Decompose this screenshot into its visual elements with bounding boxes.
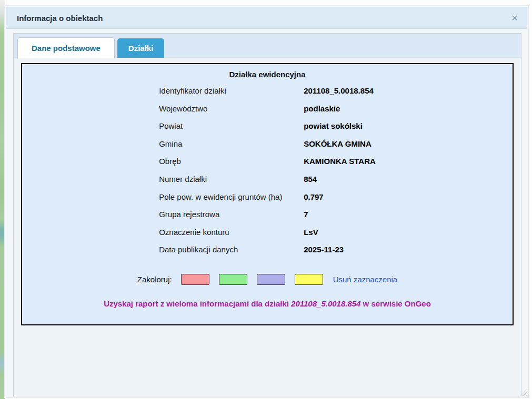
field-label: Numer działki xyxy=(159,170,304,188)
field-value: 201108_5.0018.854 xyxy=(304,82,376,100)
tab-label: Działki xyxy=(128,44,154,53)
tab-strip: Dane podstawowe Działki xyxy=(14,34,521,58)
colorize-swatch-green[interactable] xyxy=(219,274,247,285)
field-value: 2025-11-23 xyxy=(304,241,376,259)
tab-dzialki[interactable]: Działki xyxy=(117,38,165,58)
tabs-widget: Dane podstawowe Działki Działka ewidency… xyxy=(13,33,521,396)
field-label: Powiat xyxy=(159,117,304,135)
parcel-info-panel: Działka ewidencyjna Identyfikator działk… xyxy=(21,63,514,325)
close-icon: ✕ xyxy=(511,13,518,23)
colorize-label: Zakoloruj: xyxy=(137,275,172,284)
field-value: LsV xyxy=(304,223,376,241)
parcel-field-table: Identyfikator działki 201108_5.0018.854 … xyxy=(159,82,376,259)
field-value: 7 xyxy=(304,206,376,223)
field-value: podlaskie xyxy=(304,100,376,118)
tab-label: Dane podstawowe xyxy=(32,44,101,53)
field-label: Pole pow. w ewidencji gruntów (ha) xyxy=(159,188,304,206)
close-button[interactable]: ✕ xyxy=(509,12,520,24)
report-suffix: w serwisie OnGeo xyxy=(360,299,430,308)
field-label: Identyfikator działki xyxy=(159,82,304,100)
field-label: Oznaczenie konturu xyxy=(159,223,304,241)
colorize-swatch-red[interactable] xyxy=(181,274,209,285)
panel-heading: Działka ewidencyjna xyxy=(22,64,513,79)
field-value: KAMIONKA STARA xyxy=(304,152,376,170)
clear-selection-link[interactable]: Usuń zaznaczenia xyxy=(333,275,398,284)
field-value: 854 xyxy=(304,170,376,188)
field-label: Województwo xyxy=(159,100,304,118)
report-prefix: Uzyskaj raport z wieloma informacjami dl… xyxy=(104,299,291,308)
report-link-text[interactable]: Uzyskaj raport z wieloma informacjami dl… xyxy=(22,299,513,308)
dialog-titlebar[interactable]: Informacja o obiektach ✕ xyxy=(6,7,527,29)
field-value: SOKÓŁKA GMINA xyxy=(304,135,376,153)
field-label: Gmina xyxy=(159,135,304,153)
colorize-swatch-yellow[interactable] xyxy=(295,274,323,285)
report-parcel-id: 201108_5.0018.854 xyxy=(291,299,360,308)
field-label: Data publikacji danych xyxy=(159,241,304,259)
dialog-title: Informacja o obiektach xyxy=(17,14,103,23)
tab-dane-podstawowe[interactable]: Dane podstawowe xyxy=(17,37,115,58)
field-value: powiat sokólski xyxy=(304,117,376,135)
field-value: 0.797 xyxy=(304,188,376,206)
colorize-row: Zakoloruj: Usuń zaznaczenia xyxy=(22,274,513,285)
colorize-swatch-purple[interactable] xyxy=(257,274,285,285)
field-label: Obręb xyxy=(159,152,304,170)
screen: Informacja o obiektach ✕ Dane podstawowe… xyxy=(0,0,532,399)
field-label: Grupa rejestrowa xyxy=(159,206,304,223)
info-dialog: Informacja o obiektach ✕ Dane podstawowe… xyxy=(4,5,529,398)
